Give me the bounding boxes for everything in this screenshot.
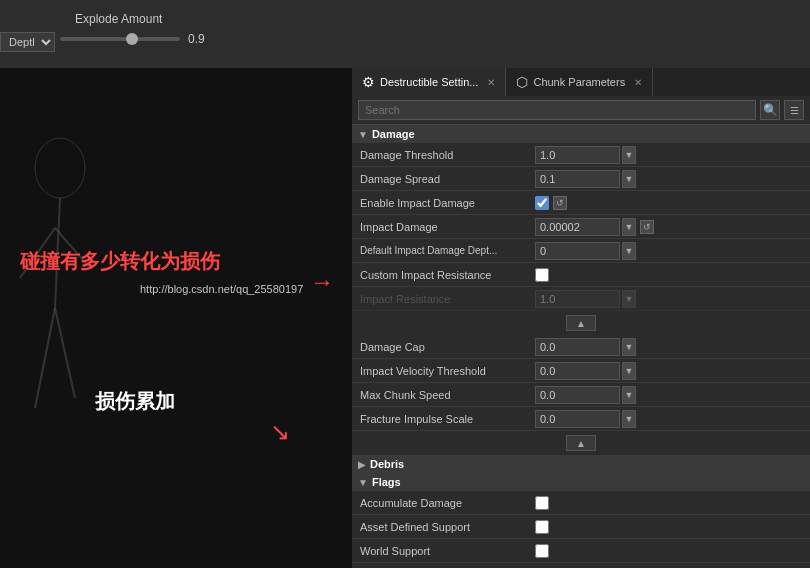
arrow-2: ↘ xyxy=(270,418,290,446)
flags-collapse-arrow: ▼ xyxy=(358,477,368,488)
tabs-bar: ⚙ Destructible Settin... ✕ ⬡ Chunk Param… xyxy=(352,68,810,96)
slider-container: 0.9 xyxy=(60,32,205,46)
prop-label-custom-impact-resistance: Custom Impact Resistance xyxy=(360,269,535,281)
prop-row-default-impact-damage-depth: Default Impact Damage Dept... ▼ xyxy=(352,239,810,263)
prop-row-asset-defined-support: Asset Defined Support xyxy=(352,515,810,539)
gear-icon: ⚙ xyxy=(362,74,375,90)
prop-input-default-impact-damage-depth[interactable] xyxy=(535,242,620,260)
prop-label-impact-resistance: Impact Resistance xyxy=(360,293,535,305)
left-panel: 碰撞有多少转化为损伤 http://blog.csdn.net/qq_25580… xyxy=(0,68,352,568)
slider-track[interactable] xyxy=(60,37,180,41)
prop-row-damage-cap: Damage Cap ▼ xyxy=(352,335,810,359)
prop-input-max-chunk-speed[interactable] xyxy=(535,386,620,404)
prop-label-world-support: World Support xyxy=(360,545,535,557)
prop-value-damage-cap: ▼ xyxy=(535,338,810,356)
prop-value-accumulate-damage xyxy=(535,496,810,510)
prop-input-impact-velocity-threshold[interactable] xyxy=(535,362,620,380)
slider-thumb[interactable] xyxy=(126,33,138,45)
chevron-up-button[interactable]: ▲ xyxy=(566,315,596,331)
prop-value-damage-threshold: ▼ xyxy=(535,146,810,164)
tab-chunk-label: Chunk Parameters xyxy=(533,76,625,88)
prop-row-accumulate-damage: Accumulate Damage xyxy=(352,491,810,515)
prop-input-damage-spread[interactable] xyxy=(535,170,620,188)
debris-section-label: Debris xyxy=(370,458,404,470)
prop-label-damage-threshold: Damage Threshold xyxy=(360,149,535,161)
prop-label-max-chunk-speed: Max Chunk Speed xyxy=(360,389,535,401)
prop-row-max-chunk-speed: Max Chunk Speed ▼ xyxy=(352,383,810,407)
chunk-icon: ⬡ xyxy=(516,74,528,90)
prop-checkbox-asset-defined-support[interactable] xyxy=(535,520,549,534)
prop-dropdown-impact-damage[interactable]: ▼ xyxy=(622,218,636,236)
prop-checkbox-accumulate-damage[interactable] xyxy=(535,496,549,510)
chevron-up-button-2[interactable]: ▲ xyxy=(566,435,596,451)
prop-value-enable-impact-damage: ↺ xyxy=(535,196,810,210)
prop-dropdown-damage-spread[interactable]: ▼ xyxy=(622,170,636,188)
prop-row-fracture-impulse-scale: Fracture Impulse Scale ▼ xyxy=(352,407,810,431)
prop-checkbox-custom-impact-resistance[interactable] xyxy=(535,268,549,282)
search-icon-button[interactable]: 🔍 xyxy=(760,100,780,120)
tab-destructible-label: Destructible Settin... xyxy=(380,76,478,88)
tab-destructible[interactable]: ⚙ Destructible Settin... ✕ xyxy=(352,68,506,96)
prop-input-fracture-impulse-scale[interactable] xyxy=(535,410,620,428)
prop-row-damage-threshold: Damage Threshold ▼ xyxy=(352,143,810,167)
prop-dropdown-default-impact-damage-depth[interactable]: ▼ xyxy=(622,242,636,260)
annotation-text-1: 碰撞有多少转化为损伤 xyxy=(20,248,220,275)
prop-value-world-support xyxy=(535,544,810,558)
debris-collapse-arrow: ▶ xyxy=(358,459,366,470)
tab-close-icon[interactable]: ✕ xyxy=(487,77,495,88)
debris-section-header[interactable]: ▶ Debris xyxy=(352,455,810,473)
view-toggle-button[interactable]: ☰ xyxy=(784,100,804,120)
prop-row-enable-impact-damage: Enable Impact Damage ↺ xyxy=(352,191,810,215)
prop-dropdown-impact-velocity-threshold[interactable]: ▼ xyxy=(622,362,636,380)
prop-row-world-support: World Support xyxy=(352,539,810,563)
prop-value-impact-damage: ▼ ↺ xyxy=(535,218,810,236)
prop-input-damage-cap[interactable] xyxy=(535,338,620,356)
prop-input-impact-damage[interactable] xyxy=(535,218,620,236)
prop-input-damage-threshold[interactable] xyxy=(535,146,620,164)
prop-dropdown-damage-threshold[interactable]: ▼ xyxy=(622,146,636,164)
tab-chunk[interactable]: ⬡ Chunk Parameters ✕ xyxy=(506,68,653,96)
damage-section-header[interactable]: ▼ Damage xyxy=(352,125,810,143)
prop-label-asset-defined-support: Asset Defined Support xyxy=(360,521,535,533)
main-layout: 碰撞有多少转化为损伤 http://blog.csdn.net/qq_25580… xyxy=(0,68,810,568)
prop-dropdown-max-chunk-speed[interactable]: ▼ xyxy=(622,386,636,404)
prop-label-impact-velocity-threshold: Impact Velocity Threshold xyxy=(360,365,535,377)
prop-reset-enable-impact-damage[interactable]: ↺ xyxy=(553,196,567,210)
prop-checkbox-world-support[interactable] xyxy=(535,544,549,558)
damage-section-label: Damage xyxy=(372,128,415,140)
prop-value-default-impact-damage-depth: ▼ xyxy=(535,242,810,260)
prop-label-impact-damage: Impact Damage xyxy=(360,221,535,233)
prop-row-impact-resistance: Impact Resistance ▼ xyxy=(352,287,810,311)
chevron-up-container: ▲ xyxy=(352,311,810,335)
prop-value-max-chunk-speed: ▼ xyxy=(535,386,810,404)
prop-value-custom-impact-resistance xyxy=(535,268,810,282)
prop-value-fracture-impulse-scale: ▼ xyxy=(535,410,810,428)
tab-chunk-close-icon[interactable]: ✕ xyxy=(634,77,642,88)
depth-select[interactable]: Depth 1 xyxy=(0,32,55,52)
prop-input-impact-resistance xyxy=(535,290,620,308)
annotation-text-2: http://blog.csdn.net/qq_25580197 xyxy=(140,283,303,295)
annotation-text-3: 损伤累加 xyxy=(95,388,175,415)
prop-dropdown-damage-cap[interactable]: ▼ xyxy=(622,338,636,356)
prop-row-impact-velocity-threshold: Impact Velocity Threshold ▼ xyxy=(352,359,810,383)
prop-value-damage-spread: ▼ xyxy=(535,170,810,188)
search-input[interactable] xyxy=(358,100,756,120)
flags-section-header[interactable]: ▼ Flags xyxy=(352,473,810,491)
prop-dropdown-fracture-impulse-scale[interactable]: ▼ xyxy=(622,410,636,428)
prop-checkbox-enable-impact-damage[interactable] xyxy=(535,196,549,210)
prop-row-custom-impact-resistance: Custom Impact Resistance xyxy=(352,263,810,287)
slider-value: 0.9 xyxy=(188,32,205,46)
svg-line-5 xyxy=(55,308,75,398)
prop-value-asset-defined-support xyxy=(535,520,810,534)
prop-label-damage-spread: Damage Spread xyxy=(360,173,535,185)
right-panel: ⚙ Destructible Settin... ✕ ⬡ Chunk Param… xyxy=(352,68,810,568)
prop-value-impact-resistance: ▼ xyxy=(535,290,810,308)
prop-label-default-impact-damage-depth: Default Impact Damage Dept... xyxy=(360,245,535,256)
skeleton-figure xyxy=(0,128,200,478)
prop-value-impact-velocity-threshold: ▼ xyxy=(535,362,810,380)
prop-reset-impact-damage[interactable]: ↺ xyxy=(640,220,654,234)
properties-panel[interactable]: ▼ Damage Damage Threshold ▼ Damage Sprea… xyxy=(352,125,810,568)
prop-label-enable-impact-damage: Enable Impact Damage xyxy=(360,197,535,209)
svg-point-0 xyxy=(35,138,85,198)
top-toolbar: Depth 1 Explode Amount 0.9 xyxy=(0,0,810,68)
